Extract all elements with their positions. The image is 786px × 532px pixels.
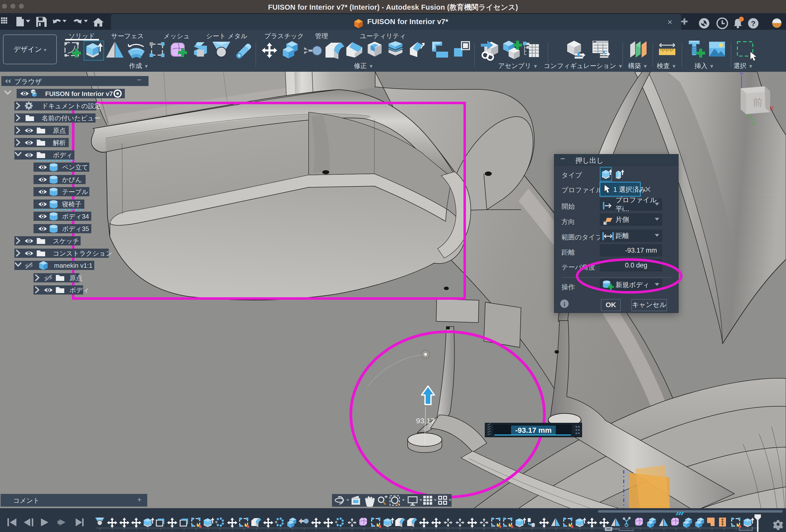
- svg-text:manekin v1:1: manekin v1:1: [54, 262, 93, 269]
- svg-text:テーブル: テーブル: [62, 188, 88, 195]
- svg-text:名前の付いたビュー: 名前の付いたビュー: [42, 114, 100, 122]
- svg-text:ペン立て: ペン立て: [62, 163, 88, 171]
- svg-text:Z: Z: [740, 72, 744, 75]
- svg-text:93.17: 93.17: [416, 417, 435, 425]
- svg-text:ボディ35: ボディ35: [62, 225, 89, 232]
- svg-text:X: X: [770, 105, 774, 112]
- svg-text:前: 前: [753, 97, 763, 108]
- svg-text:原点: 原点: [69, 274, 83, 282]
- svg-text:1 選択済み: 1 選択済み: [613, 186, 646, 193]
- svg-text:ドキュメントの設定: ドキュメントの設定: [42, 102, 101, 110]
- svg-text:Y: Y: [752, 120, 756, 128]
- svg-text:寝椅子: 寝椅子: [62, 201, 82, 208]
- svg-text:解析: 解析: [53, 139, 66, 146]
- svg-text:かびん: かびん: [62, 176, 82, 183]
- svg-text:i: i: [563, 300, 565, 308]
- svg-text:-93.17 mm: -93.17 mm: [515, 426, 552, 434]
- svg-text:?: ?: [751, 19, 756, 27]
- svg-text:ボディ34: ボディ34: [62, 213, 89, 220]
- svg-text:ボディ: ボディ: [69, 286, 89, 294]
- svg-text:原点: 原点: [53, 127, 66, 134]
- svg-text:ボディ: ボディ: [53, 152, 73, 159]
- svg-text:コンストラクション: コンストラクション: [53, 250, 112, 257]
- svg-text:スケッチ: スケッチ: [53, 237, 79, 245]
- svg-text:FUISON for Interior v7: FUISON for Interior v7: [45, 90, 113, 97]
